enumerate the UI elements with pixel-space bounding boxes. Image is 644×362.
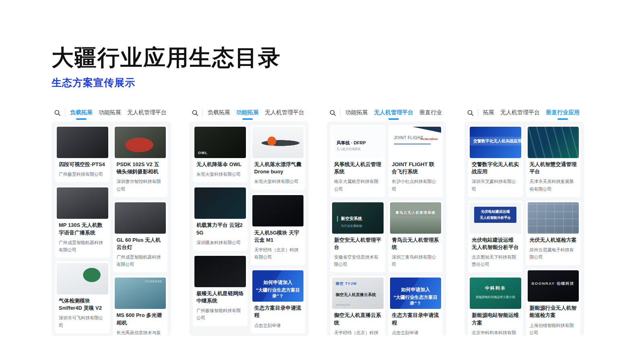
- product-image: 中科利丰 新能源电站智能运维方案介绍: [470, 278, 521, 309]
- image-watermark: YUSENSE: [145, 280, 163, 283]
- product-company: 东莞火萤科技有限公司: [254, 178, 302, 185]
- product-title: MS 600 Pro 多光谱相机: [117, 312, 164, 326]
- product-image: [528, 127, 579, 158]
- product-card[interactable]: 光伏无人机巡检方案 苏州云思翼电子科技有限公司: [526, 201, 581, 265]
- promo-card[interactable]: 如何申请加入 “大疆行业生态方案目录”？ 生态方案目录申请流程 点击立刻申请: [388, 276, 443, 336]
- product-title: 气体检测模块 Sniffer4D 灵嗅 V2: [59, 297, 106, 312]
- product-card[interactable]: GL 60 Plus 无人机云台灯 广州成至智能机器科技有限公司: [113, 201, 168, 273]
- tab-bar: 功能拓展 无人机管理平台 垂直行业: [327, 104, 446, 121]
- product-title: 新能源电站智能运维方案: [472, 312, 519, 326]
- promo-action: 点击立刻申请: [392, 329, 440, 336]
- product-image: YUSENSE: [115, 278, 166, 309]
- product-image: 御空 TYJW 御空无人机直播云系统 yukong.live: [332, 278, 384, 309]
- product-card[interactable]: 无人机智慧交通管理平台 天津市天房科技发展股份有限公司: [526, 125, 581, 197]
- tab-management[interactable]: 无人机管理平台: [265, 105, 304, 121]
- product-image: 青鸟云无人机管理系统: [390, 202, 442, 234]
- product-card[interactable]: 风筝线 · DFRP 无人机云管理系统 风筝线无人机云管理系统 南京大翼航空科技…: [330, 125, 385, 197]
- promo-line1: 如何申请加入: [390, 286, 442, 293]
- product-card[interactable]: 机载算力平台 云冠2 5G 深圳疆来科技有限公司: [193, 186, 248, 251]
- tab-vertical[interactable]: 垂直行业应用: [546, 105, 580, 121]
- image-label: 青鸟云无人机管理系统: [390, 210, 442, 216]
- product-title: 极臻无人机星链网络中继系统: [196, 290, 244, 304]
- product-company: 天宇经纬（北京）科技有限公司: [334, 329, 382, 336]
- image-logo: 中科利丰: [470, 285, 521, 291]
- product-image: [194, 187, 246, 219]
- promo-card[interactable]: 如何申请加入 “大疆行业生态方案目录”？ 生态方案目录申请流程 点击立刻申请: [251, 269, 305, 333]
- tab-vertical[interactable]: 垂直行业: [419, 105, 442, 121]
- panel-drone-management: 功能拓展 无人机管理平台 垂直行业 风筝线 · DFRP 无人机云管理系统 风筝…: [327, 104, 446, 336]
- product-title: GL 60 Plus 无人机云台灯: [117, 237, 164, 251]
- product-card[interactable]: 青鸟云无人机管理系统 青鸟云无人机管理系统 深圳三青鸟科技有限公司: [388, 201, 443, 273]
- product-card[interactable]: 光伏电站建设运维 无人机智能分析平台 光伏电站建设运维 无人机智能分析平台 北京…: [468, 201, 523, 273]
- promo-line2: “大疆行业生态方案目录”？: [390, 294, 442, 306]
- tab-function[interactable]: 功能拓展: [345, 105, 368, 121]
- product-image: [115, 127, 166, 158]
- panel-function-expansion: 负载拓展 功能拓展 无人机管理平台 OWL 无人机降落伞 OWL 东莞火萤科技有…: [189, 104, 309, 336]
- tab-bar: 拓展 无人机管理平台 垂直行业应用: [464, 104, 584, 121]
- tab-management[interactable]: 无人机管理平台: [374, 105, 413, 121]
- search-icon[interactable]: [192, 109, 198, 116]
- slide-header: 大疆行业应用生态目录 生态方案宣传展示: [52, 45, 281, 89]
- image-banner: 交警数字化无人机实战应用: [470, 137, 521, 146]
- product-card[interactable]: 交警数字化无人机实战应用 交警数字化无人机实战应用 深圳市艾虞科技有限公司: [468, 125, 523, 197]
- page-title: 大疆行业应用生态目录: [52, 45, 281, 70]
- product-card[interactable]: 无人机落水漂浮气囊 Drone buoy 东莞火萤科技有限公司: [251, 125, 305, 190]
- image-banner: 光伏电站建设运维 无人机智能分析平台: [474, 207, 516, 223]
- promo-title: 生态方案目录申请流程: [254, 304, 302, 319]
- product-title: 青鸟云无人机管理系统: [392, 237, 440, 251]
- product-card[interactable]: 御空 TYJW 御空无人机直播云系统 yukong.live 御空无人机直播云系…: [330, 276, 385, 336]
- product-image: [115, 202, 166, 234]
- product-card[interactable]: YUSENSE MS 600 Pro 多光谱相机 长光禹辰信息技术与装备（青岛）…: [113, 276, 168, 336]
- divider: [340, 109, 341, 117]
- promo-line2: “大疆行业生态方案目录”？: [252, 287, 304, 299]
- product-company: 广州成至智能机器科技有限公司: [117, 253, 164, 268]
- product-title: 光伏无人机巡检方案: [530, 237, 577, 244]
- tab-management[interactable]: 无人机管理平台: [127, 105, 167, 121]
- product-card[interactable]: 新空安系统 为行业发展赋能 新空安无人机管理平台 安徽省空安信息技术有限公司: [330, 201, 385, 273]
- search-icon[interactable]: [329, 109, 336, 116]
- product-image: 新空安系统 为行业发展赋能: [332, 202, 384, 234]
- product-title: 无人机智慧交通管理平台: [530, 161, 577, 175]
- product-card[interactable]: 无人机5G模块 天宇云盒 M1 天宇经纬（北京）科技有限公司: [251, 193, 305, 265]
- product-card[interactable]: BOONRAY 伯镭科技 新能源行业无人机智能巡检方案 上海伯镭智能科技有限公司: [526, 269, 581, 336]
- product-image: OWL: [194, 127, 246, 158]
- product-card[interactable]: 气体检测模块 Sniffer4D 灵嗅 V2 深圳市可飞科技有限公司: [55, 261, 110, 333]
- product-card[interactable]: 四段可视空投-PTS4 广州极至科技有限公司: [55, 125, 110, 182]
- product-card[interactable]: 极臻无人机星链网络中继系统 广州极臻智能科技有限公司: [193, 254, 248, 326]
- product-title: 交警数字化无人机实战应用: [472, 161, 519, 175]
- product-image: [252, 127, 304, 158]
- tab-function[interactable]: 功能拓展: [99, 105, 121, 121]
- tab-function[interactable]: 功能拓展: [236, 105, 259, 121]
- image-logo: 御空 TYJW: [336, 281, 357, 286]
- search-icon[interactable]: [54, 109, 61, 116]
- divider: [65, 109, 65, 117]
- product-company: 广州极至科技有限公司: [59, 171, 106, 178]
- product-company: 深圳市可飞科技有限公司: [59, 314, 106, 329]
- product-image: 光伏电站建设运维 无人机智能分析平台: [470, 202, 521, 234]
- product-title: 四段可视空投-PTS4: [59, 161, 106, 168]
- product-title: 无人机降落伞 OWL: [196, 161, 244, 168]
- product-image: [57, 127, 108, 158]
- product-card[interactable]: OWL 无人机降落伞 OWL 东莞火萤科技有限公司: [193, 125, 248, 182]
- product-title: 无人机落水漂浮气囊 Drone buoy: [254, 161, 302, 175]
- tab-payload[interactable]: 负载拓展: [208, 105, 230, 121]
- product-card[interactable]: PSDK 102S V2 五镜头倾斜摄影相机 深圳赛尔智控科技有限公司: [113, 125, 168, 197]
- tab-payload[interactable]: 负载拓展: [70, 105, 93, 121]
- image-logo: 新空安系统: [337, 216, 362, 222]
- tab-function[interactable]: 拓展: [483, 105, 494, 121]
- product-card[interactable]: MP 130S 无人机数字语音广播系统 广州成至智能机器科技有限公司: [55, 186, 110, 258]
- banner-line2: 无人机智能分析平台: [475, 216, 515, 220]
- product-title: 御空无人机直播云系统: [334, 312, 382, 326]
- search-icon[interactable]: [467, 109, 474, 116]
- tab-management[interactable]: 无人机管理平台: [500, 105, 540, 121]
- no-more-label: 没有更多了: [193, 333, 305, 336]
- product-card[interactable]: JOINT FLIGHT Redovation JOINT FLIGHT 联合飞…: [388, 125, 443, 197]
- product-title: 风筝线无人机云管理系统: [334, 161, 382, 175]
- product-company: 东莞火萤科技有限公司: [196, 171, 244, 178]
- product-company: 北京中科利丰科技有限公司: [472, 329, 519, 336]
- product-company: 广州极臻智能科技有限公司: [196, 307, 244, 321]
- product-company: 深圳市艾虞科技有限公司: [472, 178, 519, 192]
- product-card[interactable]: 中科利丰 新能源电站智能运维方案介绍 新能源电站智能运维方案 北京中科利丰科技有…: [468, 276, 523, 336]
- product-title: 机载算力平台 云冠2 5G: [196, 222, 244, 236]
- banner-line1: 光伏电站建设运维: [475, 209, 515, 214]
